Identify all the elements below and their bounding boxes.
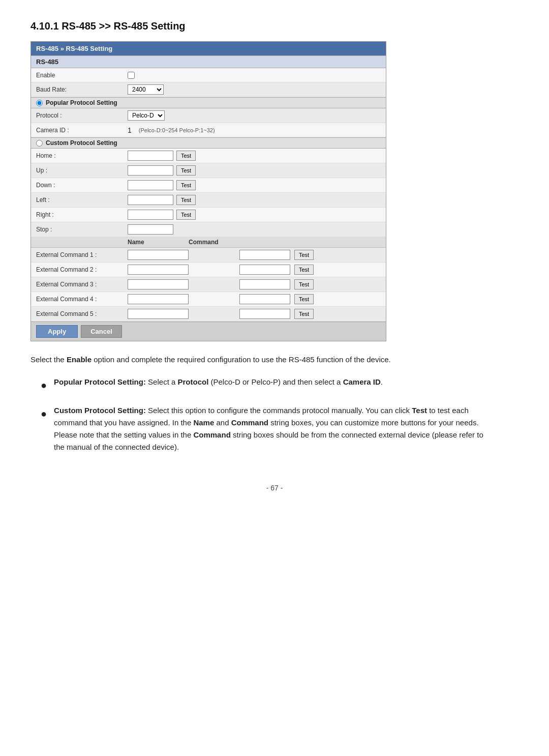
- up-label: Up :: [36, 167, 128, 174]
- right-label: Right :: [36, 211, 128, 218]
- baud-rate-control: 2400 4800 9600 19200 38400 57600 115200: [128, 84, 381, 95]
- ext-command-4-row: External Command 4 : Test: [31, 292, 386, 307]
- ext-command-3-name-input[interactable]: [128, 279, 189, 289]
- camera-id-hint: (Pelco-D:0~254 Pelco-P:1~32): [139, 127, 215, 133]
- name-col-header: Name: [128, 239, 189, 246]
- settings-panel: RS-485 » RS-485 Setting RS-485 Enable Ba…: [30, 41, 386, 341]
- enable-label: Enable: [36, 72, 128, 79]
- ext-command-1-row: External Command 1 : Test: [31, 248, 386, 263]
- stop-row: Stop :: [31, 222, 386, 237]
- up-test-button[interactable]: Test: [176, 165, 196, 176]
- down-input[interactable]: [128, 180, 173, 190]
- protocol-label: Protocol :: [36, 112, 128, 119]
- camera-id-row: Camera ID : 1 (Pelco-D:0~254 Pelco-P:1~3…: [31, 123, 386, 137]
- bullet-text-2: Custom Protocol Setting: Select this opt…: [54, 404, 488, 453]
- popular-protocol-label: Popular Protocol Setting: [46, 99, 117, 106]
- bullet-item-2: ● Custom Protocol Setting: Select this o…: [41, 404, 488, 453]
- ext-command-4-label: External Command 4 :: [36, 296, 128, 303]
- right-input[interactable]: [128, 210, 173, 220]
- ext-command-1-label: External Command 1 :: [36, 251, 128, 258]
- enable-checkbox[interactable]: [128, 72, 135, 79]
- page-footer: - 67 -: [30, 484, 518, 492]
- bullet2-title: Custom Protocol Setting:: [54, 406, 146, 415]
- protocol-select[interactable]: Pelco-D Pelco-P: [128, 110, 165, 121]
- baud-rate-select[interactable]: 2400 4800 9600 19200 38400 57600 115200: [128, 84, 164, 95]
- ext-command-4-command-input[interactable]: [239, 294, 290, 304]
- stop-label: Stop :: [36, 226, 128, 233]
- protocol-control: Pelco-D Pelco-P: [128, 110, 381, 121]
- down-test-button[interactable]: Test: [176, 180, 196, 190]
- ext-command-headers: Name Command: [31, 237, 386, 248]
- home-control: Test: [128, 151, 381, 161]
- ext-command-3-row: External Command 3 : Test: [31, 277, 386, 292]
- panel-header: RS-485 » RS-485 Setting: [31, 42, 386, 55]
- baud-rate-row: Baud Rate: 2400 4800 9600 19200 38400 57…: [31, 82, 386, 97]
- custom-protocol-header: Custom Protocol Setting: [31, 137, 386, 149]
- custom-protocol-radio[interactable]: [36, 140, 43, 147]
- ext-command-5-command-input[interactable]: [239, 309, 290, 319]
- camera-id-control: 1 (Pelco-D:0~254 Pelco-P:1~32): [128, 126, 381, 134]
- ext-command-5-test-button[interactable]: Test: [294, 309, 314, 319]
- left-test-button[interactable]: Test: [176, 195, 196, 205]
- home-input[interactable]: [128, 151, 173, 161]
- up-input[interactable]: [128, 165, 173, 176]
- ext-command-1-command-input[interactable]: [239, 250, 290, 260]
- bullet-list: ● Popular Protocol Setting: Select a Pro…: [41, 376, 488, 453]
- ext-command-5-row: External Command 5 : Test: [31, 307, 386, 322]
- down-row: Down : Test: [31, 178, 386, 193]
- left-row: Left : Test: [31, 193, 386, 208]
- right-row: Right : Test: [31, 208, 386, 222]
- ext-command-2-label: External Command 2 :: [36, 266, 128, 273]
- ext-command-3-test-button[interactable]: Test: [294, 279, 314, 289]
- body-text: Select the Enable option and complete th…: [30, 354, 488, 366]
- camera-id-value: 1: [128, 126, 132, 134]
- footer-buttons: Apply Cancel: [31, 322, 386, 341]
- up-row: Up : Test: [31, 163, 386, 178]
- left-input[interactable]: [128, 195, 173, 205]
- command-col-header: Command: [189, 239, 219, 246]
- custom-protocol-label: Custom Protocol Setting: [46, 139, 117, 147]
- ext-command-4-name-input[interactable]: [128, 294, 189, 304]
- left-label: Left :: [36, 196, 128, 203]
- section-title: 4.10.1 RS-485 >> RS-485 Setting: [30, 20, 518, 32]
- bullet-dot-2: ●: [41, 405, 47, 422]
- bullet1-body: Select a Protocol (Pelco-D or Pelco-P) a…: [146, 377, 383, 386]
- home-test-button[interactable]: Test: [176, 151, 196, 161]
- down-control: Test: [128, 180, 381, 190]
- bullet-text-1: Popular Protocol Setting: Select a Proto…: [54, 376, 488, 388]
- enable-control: [128, 72, 381, 79]
- apply-button[interactable]: Apply: [36, 325, 78, 338]
- right-control: Test: [128, 210, 381, 220]
- ext-command-1-test-button[interactable]: Test: [294, 250, 314, 260]
- protocol-row: Protocol : Pelco-D Pelco-P: [31, 108, 386, 123]
- bullet-dot-1: ●: [41, 377, 47, 393]
- up-control: Test: [128, 165, 381, 176]
- ext-command-3-label: External Command 3 :: [36, 281, 128, 288]
- stop-input[interactable]: [128, 224, 173, 235]
- camera-id-label: Camera ID :: [36, 127, 128, 134]
- ext-command-1-name-input[interactable]: [128, 250, 189, 260]
- home-row: Home : Test: [31, 149, 386, 163]
- enable-row: Enable: [31, 68, 386, 82]
- rs485-section-label: RS-485: [31, 55, 386, 68]
- baud-rate-label: Baud Rate:: [36, 86, 128, 93]
- down-label: Down :: [36, 182, 128, 189]
- bullet-item-1: ● Popular Protocol Setting: Select a Pro…: [41, 376, 488, 393]
- ext-command-3-command-input[interactable]: [239, 279, 290, 289]
- bullet1-title: Popular Protocol Setting:: [54, 377, 146, 386]
- ext-command-2-command-input[interactable]: [239, 265, 290, 275]
- ext-command-5-name-input[interactable]: [128, 309, 189, 319]
- left-control: Test: [128, 195, 381, 205]
- home-label: Home :: [36, 152, 128, 159]
- ext-command-2-test-button[interactable]: Test: [294, 265, 314, 275]
- ext-command-5-label: External Command 5 :: [36, 310, 128, 317]
- ext-command-2-name-input[interactable]: [128, 265, 189, 275]
- cancel-button[interactable]: Cancel: [81, 325, 122, 338]
- popular-protocol-radio[interactable]: [36, 100, 43, 106]
- right-test-button[interactable]: Test: [176, 210, 196, 220]
- stop-control: [128, 224, 381, 235]
- ext-command-4-test-button[interactable]: Test: [294, 294, 314, 304]
- ext-command-2-row: External Command 2 : Test: [31, 263, 386, 277]
- popular-protocol-header: Popular Protocol Setting: [31, 97, 386, 108]
